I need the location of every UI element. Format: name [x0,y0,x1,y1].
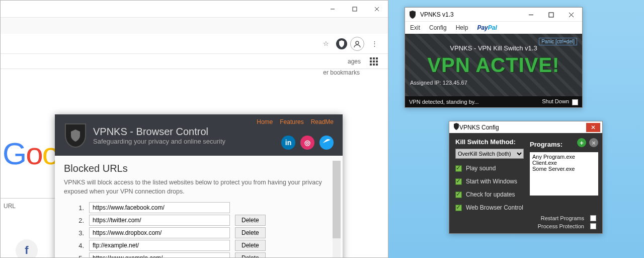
shield-icon [453,123,459,132]
delete-button[interactable]: Delete [235,252,266,257]
menu-paypal[interactable]: PayPal [477,24,497,31]
shutdown-control[interactable]: Shut Down [542,98,578,105]
shortcut-facebook[interactable]: f [16,239,38,257]
ext-title: VPNKS - Browser Control [93,126,225,138]
programs-list[interactable]: Any Program.exeClient.exeSome Server.exe [530,152,598,196]
blocked-urls-heading: Blocked URLs [64,163,334,174]
url-number: 4. [75,242,84,249]
url-input[interactable] [89,227,230,238]
star-icon[interactable]: ☆ [319,37,333,51]
minimize-button[interactable] [521,9,541,21]
url-row: 2.Delete [75,215,334,226]
panic-button[interactable]: Panic [ctrl+del] [539,38,577,45]
url-row: 4.Delete [75,240,334,251]
url-input[interactable] [89,252,230,257]
chrome-titlebar [1,1,388,18]
menu-help[interactable]: Help [456,24,468,31]
chrome-tabstrip[interactable] [1,18,388,34]
url-number: 2. [75,217,84,224]
nav-readme[interactable]: ReadMe [311,118,334,125]
url-row: 3.Delete [75,227,334,238]
url-row: 1. [75,202,334,213]
nav-features[interactable]: Features [280,118,303,125]
restart-programs-check[interactable]: Restart Programs [541,215,596,221]
program-item[interactable]: Any Program.exe [532,154,596,160]
ext-social: in ◎ [281,136,334,150]
vpnks-extension-popup: Home Features ReadMe VPNKS - Browser Con… [55,114,343,257]
ext-subtitle: Safeguarding your privacy and online sec… [93,138,225,145]
ext-scrollbar[interactable] [333,161,341,257]
delete-button[interactable]: Delete [235,215,266,226]
instagram-icon[interactable]: ◎ [300,136,314,150]
config-footer: Restart Programs Process Protection [449,214,602,233]
vpnks-title: VPNKS v1.3 [420,11,454,18]
config-checkbox[interactable]: Play sound [455,165,524,172]
program-item[interactable]: Some Server.exe [532,166,596,172]
chrome-content: Goo URL f in + Home Features ReadMe [1,69,388,257]
linkedin-icon[interactable]: in [281,136,295,150]
shield-icon [409,11,417,19]
ext-header: Home Features ReadMe VPNKS - Browser Con… [55,114,343,156]
add-program-button[interactable]: + [577,138,586,147]
menu-exit[interactable]: Exit [410,24,420,31]
program-item[interactable]: Client.exe [532,160,596,166]
ext-nav: Home Features ReadMe [257,118,334,125]
config-checkbox[interactable]: Check for updates [455,191,524,198]
chrome-toolbar: ☆ ⋮ [1,34,388,54]
status-text: VPN detected, standing by... [409,99,479,105]
url-number: 3. [75,229,84,237]
url-input[interactable] [89,215,230,226]
twitter-icon[interactable] [319,136,334,150]
url-input[interactable] [89,202,230,213]
vpnks-menubar: Exit Config Help PayPal [405,22,582,34]
close-button[interactable]: ✕ [586,123,600,132]
assigned-ip: Assigned IP: 123.45.67 [410,80,577,86]
google-logo-partial: Goo [3,136,58,171]
svg-rect-1 [353,7,357,11]
ext-body: Blocked URLs VPNKS will block access to … [55,156,343,257]
vpnks-statusbar: VPN detected, standing by... Shut Down [405,96,582,107]
url-number: 5. [75,254,84,258]
maximize-button[interactable] [344,2,366,17]
apps-grid-icon[interactable] [370,57,378,66]
kill-switch-heading: Kill Switch Method: [455,138,524,146]
vpnks-titlebar: VPNKS v1.3 [405,8,582,22]
close-button[interactable] [366,2,388,17]
programs-heading: Programs: [530,141,562,148]
profile-icon[interactable] [350,37,364,51]
vpn-active-text: VPN ACTIVE! [410,54,577,77]
close-button[interactable] [561,9,581,21]
config-body: Kill Switch Method: OverKill Switch (bot… [449,133,602,214]
delete-button[interactable]: Delete [235,227,266,238]
vpnks-main-window: VPNKS v1.3 Exit Config Help PayPal Panic… [405,7,583,108]
remove-program-button[interactable]: × [589,138,598,147]
vpnks-body-title: VPNKS - VPN Kill Switch v1.3 [410,44,577,52]
bookmark-bar-partial-text: ages [348,58,361,65]
svg-rect-6 [549,13,553,17]
url-number: 1. [75,204,84,212]
kill-switch-select[interactable]: OverKill Switch (both) [455,149,524,159]
menu-config[interactable]: Config [429,24,447,31]
url-row: 5.Delete [75,252,334,257]
nav-home[interactable]: Home [257,118,273,125]
vpnks-extension-icon[interactable] [336,38,347,49]
shield-icon [65,123,86,148]
kebab-menu-icon[interactable]: ⋮ [367,37,381,51]
process-protection-check[interactable]: Process Protection [538,223,596,229]
maximize-button[interactable] [541,9,561,21]
vpnks-config-window: VPNKS Config ✕ Kill Switch Method: OverK… [449,121,603,234]
delete-button[interactable]: Delete [235,240,266,251]
url-field-label: URL [1,198,55,214]
minimize-button[interactable] [321,2,344,17]
config-titlebar: VPNKS Config ✕ [449,121,602,133]
vpnks-body: Panic [ctrl+del] VPNKS - VPN Kill Switch… [405,34,582,96]
url-input[interactable] [89,240,230,251]
config-title: VPNKS Config [459,124,499,131]
other-bookmarks-partial[interactable]: er bookmarks [323,69,360,76]
config-checkbox[interactable]: Web Browser Control [455,204,524,211]
chrome-bookmarks-bar: ages [1,54,388,69]
blocked-urls-desc: VPNKS will block access to the listed we… [64,178,334,196]
config-checkbox[interactable]: Start with Windows [455,178,524,185]
svg-point-4 [356,41,359,44]
chrome-window: ☆ ⋮ ages Goo URL f in + Home Featur [0,0,388,258]
